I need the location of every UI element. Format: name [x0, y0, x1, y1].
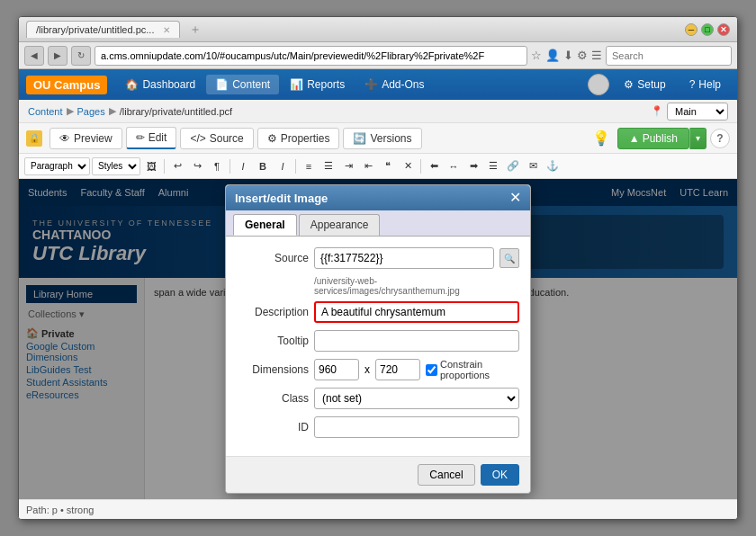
- styles-select[interactable]: Styles: [92, 157, 140, 175]
- breadcrumb-pages-link[interactable]: Pages: [77, 106, 105, 117]
- dialog-tabs: General Appearance: [226, 210, 530, 236]
- width-input[interactable]: [314, 359, 359, 380]
- id-label: ID: [237, 421, 309, 433]
- source-input[interactable]: [314, 247, 494, 269]
- source-icon: </>: [190, 132, 205, 145]
- location-dropdown[interactable]: Main: [667, 103, 728, 121]
- cms-nav: OU Campus 🏠 Dashboard 📄 Content 📊 Report…: [19, 69, 737, 100]
- tooltip-input[interactable]: [314, 330, 519, 352]
- refresh-btn[interactable]: ↻: [71, 46, 91, 66]
- dialog-tab-general[interactable]: General: [233, 214, 297, 236]
- rte-divider-1: [164, 159, 165, 174]
- dialog-tab-appearance[interactable]: Appearance: [299, 214, 381, 236]
- insert-edit-image-dialog: Insert/edit Image ✕ General Appearance S…: [225, 184, 531, 494]
- reports-icon: 📊: [290, 78, 303, 91]
- properties-tab[interactable]: ⚙ Properties: [257, 128, 340, 149]
- settings-icon[interactable]: ⚙: [577, 49, 588, 62]
- help-icon: ?: [689, 78, 696, 91]
- source-tab[interactable]: </> Source: [180, 128, 253, 149]
- email-btn[interactable]: ✉: [524, 157, 542, 175]
- class-select[interactable]: (not set): [314, 388, 519, 409]
- id-row: ID: [237, 416, 519, 438]
- ok-button[interactable]: OK: [481, 464, 519, 486]
- maximize-btn[interactable]: □: [701, 23, 714, 36]
- blockquote-btn[interactable]: ❝: [379, 157, 397, 175]
- anchor-btn[interactable]: ⚓: [544, 157, 562, 175]
- nav-item-dashboard[interactable]: 🏠 Dashboard: [116, 75, 204, 94]
- edit-pencil-icon: ✏: [136, 131, 145, 144]
- align-justify-btn[interactable]: ☰: [484, 157, 502, 175]
- lightbulb-icon: 💡: [592, 130, 610, 147]
- path-bar: Path: p • strong: [19, 499, 737, 519]
- outdent-btn[interactable]: ⇤: [359, 157, 377, 175]
- menu-icon[interactable]: ☰: [591, 49, 602, 62]
- height-input[interactable]: [375, 359, 420, 380]
- nav-item-setup[interactable]: ⚙ Setup: [615, 75, 674, 94]
- link-btn[interactable]: 🔗: [504, 157, 522, 175]
- dialog-title: Insert/edit Image: [235, 192, 328, 205]
- source-row: Source 🔍: [237, 247, 519, 269]
- forward-btn[interactable]: ▶: [48, 46, 68, 66]
- setup-icon: ⚙: [624, 78, 634, 91]
- nav-item-addons[interactable]: ➕ Add-Ons: [356, 75, 433, 94]
- breadcrumb-content-link[interactable]: Content: [28, 106, 63, 117]
- remove-format-btn[interactable]: ✕: [399, 157, 417, 175]
- browser-window: /library/private/untitled.pc... ✕ ＋ ─ □ …: [18, 16, 738, 520]
- search-input[interactable]: [606, 46, 732, 66]
- versions-tab[interactable]: 🔄 Versions: [343, 128, 421, 149]
- align-left-btn[interactable]: ⬅: [425, 157, 443, 175]
- italic-btn[interactable]: I: [234, 157, 252, 175]
- class-row: Class (not set): [237, 388, 519, 409]
- redo-btn[interactable]: ↪: [188, 157, 206, 175]
- undo-btn[interactable]: ↩: [168, 157, 186, 175]
- tooltip-row: Tooltip: [237, 330, 519, 352]
- content-area: Students Faculty & Staff Alumni My MocsN…: [19, 179, 737, 499]
- bold-btn[interactable]: B: [254, 157, 272, 175]
- paragraph-select[interactable]: Paragraph: [24, 157, 90, 175]
- align-center-btn[interactable]: ↔: [445, 157, 463, 175]
- list-ol-btn[interactable]: ☰: [320, 157, 338, 175]
- title-bar: /library/private/untitled.pc... ✕ ＋ ─ □ …: [19, 17, 737, 42]
- user-icon[interactable]: 👤: [545, 49, 560, 62]
- class-label: Class: [237, 392, 309, 405]
- preview-tab[interactable]: 👁 Preview: [50, 128, 122, 149]
- toolbar-help-btn[interactable]: ?: [710, 129, 730, 148]
- align-right-btn[interactable]: ➡: [464, 157, 482, 175]
- browse-btn[interactable]: 🔍: [500, 248, 519, 268]
- publish-button[interactable]: ▲ Publish: [617, 128, 689, 149]
- publish-group: ▲ Publish ▾: [617, 128, 706, 149]
- new-tab-btn[interactable]: ＋: [189, 22, 202, 38]
- breadcrumb-content: Content: [28, 106, 63, 117]
- versions-icon: 🔄: [353, 132, 366, 145]
- url-input[interactable]: [94, 46, 527, 66]
- id-input[interactable]: [314, 416, 519, 438]
- insert-image-icon[interactable]: 🖼: [142, 157, 160, 175]
- dimensions-row: Dimensions x Constrain proportions: [237, 359, 519, 380]
- preview-icon: 👁: [59, 132, 70, 145]
- nav-item-help[interactable]: ? Help: [680, 75, 730, 94]
- cancel-button[interactable]: Cancel: [418, 464, 474, 486]
- edit-tab[interactable]: ✏ Edit: [126, 127, 177, 149]
- path-text: Path: p • strong: [26, 505, 94, 515]
- nav-item-content[interactable]: 📄 Content: [206, 75, 279, 94]
- constrain-checkbox[interactable]: [426, 364, 437, 376]
- back-btn[interactable]: ◀: [24, 46, 44, 66]
- modal-overlay: Insert/edit Image ✕ General Appearance S…: [19, 179, 737, 499]
- indent-btn[interactable]: ⇥: [339, 157, 357, 175]
- italic-btn-2[interactable]: I: [274, 157, 292, 175]
- list-ul-btn[interactable]: ≡: [300, 157, 318, 175]
- dialog-close-btn[interactable]: ✕: [509, 191, 521, 205]
- paragraph-btn[interactable]: ¶: [208, 157, 226, 175]
- bookmark-icon[interactable]: ☆: [531, 49, 542, 62]
- description-input[interactable]: [314, 301, 519, 323]
- publish-icon: ▲: [629, 132, 640, 145]
- browser-tab[interactable]: /library/private/untitled.pc... ✕: [26, 21, 180, 38]
- download-icon[interactable]: ⬇: [563, 49, 573, 62]
- nav-item-reports[interactable]: 📊 Reports: [281, 75, 354, 94]
- minimize-btn[interactable]: ─: [685, 23, 698, 36]
- lock-icon: 🔒: [26, 130, 42, 147]
- constrain-label[interactable]: Constrain proportions: [426, 359, 519, 380]
- close-btn[interactable]: ✕: [717, 23, 730, 36]
- publish-dropdown-btn[interactable]: ▾: [689, 128, 706, 149]
- rte-divider-4: [420, 159, 421, 174]
